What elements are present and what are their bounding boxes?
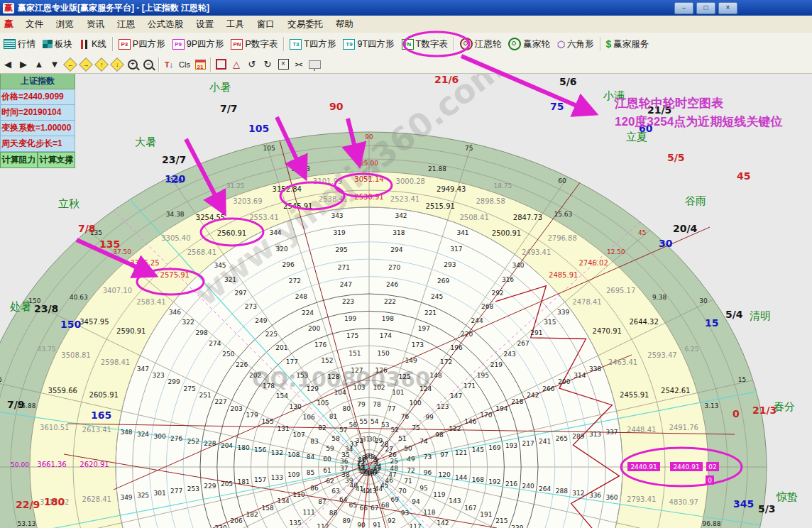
toolbar-label: 行情 <box>18 38 35 50</box>
svg-text:2530.91: 2530.91 <box>354 193 383 201</box>
diamond-left-button[interactable]: ← <box>62 57 78 72</box>
svg-text:112: 112 <box>317 523 329 528</box>
close-button[interactable]: × <box>718 2 737 14</box>
menu-item-6[interactable]: 工具 <box>220 16 251 33</box>
rotate-ccw-button[interactable]: ↺ <box>244 57 260 72</box>
svg-text:21/6: 21/6 <box>434 74 459 85</box>
maximize-button[interactable]: □ <box>696 2 715 14</box>
svg-text:288: 288 <box>556 488 568 495</box>
toolbar-gann-wheel[interactable]: 江恩轮 <box>456 35 505 53</box>
toolbar-PN[interactable]: PNP数字表 <box>227 35 281 53</box>
svg-text:62: 62 <box>326 478 334 485</box>
svg-text:2644.32: 2644.32 <box>629 318 658 326</box>
calendar-button[interactable]: 21 <box>192 57 208 72</box>
svg-text:273: 273 <box>245 303 257 310</box>
svg-text:291: 291 <box>530 329 542 336</box>
toolbar-T9[interactable]: T99T四方形 <box>339 35 397 53</box>
toolbar-blocks[interactable]: 板块 <box>39 35 76 53</box>
menu-item-1[interactable]: 浏览 <box>50 16 80 33</box>
calc-resistance-button[interactable]: 计算阻力 <box>0 152 38 168</box>
svg-text:342: 342 <box>395 212 407 219</box>
menu-item-2[interactable]: 资讯 <box>80 16 111 33</box>
svg-text:25.00: 25.00 <box>360 160 378 167</box>
toolbar-dollar[interactable]: $赢家服务 <box>603 35 653 53</box>
toolbar-P9[interactable]: P99P四方形 <box>169 35 228 53</box>
svg-text:51: 51 <box>398 435 406 442</box>
toolbar-P3[interactable]: P3P四方形 <box>115 35 169 53</box>
nav-up-button[interactable]: ▲ <box>31 57 47 72</box>
svg-text:102: 102 <box>373 384 385 391</box>
t-down-button[interactable]: T↓ <box>161 57 177 72</box>
svg-text:180: 180 <box>44 496 65 507</box>
svg-text:68: 68 <box>381 502 390 509</box>
svg-text:325: 325 <box>137 492 149 499</box>
diamond-up-button[interactable]: ↑ <box>94 57 109 72</box>
menu-item-4[interactable]: 公式选股 <box>141 16 190 33</box>
diamond-right-button[interactable]: → <box>78 57 94 72</box>
svg-text:3152.84: 3152.84 <box>273 185 302 193</box>
svg-text:28.13: 28.13 <box>292 165 310 172</box>
minimize-button[interactable]: － <box>674 2 693 14</box>
zoom-in-button[interactable]: + <box>125 57 141 72</box>
svg-text:30: 30 <box>699 297 708 304</box>
svg-text:96: 96 <box>424 469 432 476</box>
toolbar-TN[interactable]: TNT数字表 <box>398 35 451 53</box>
svg-text:75: 75 <box>465 145 473 152</box>
svg-text:49: 49 <box>407 456 415 463</box>
triangle-button[interactable]: △ <box>229 57 244 72</box>
svg-text:0: 0 <box>708 477 712 484</box>
nav-down-button[interactable]: ▼ <box>47 57 62 72</box>
svg-text:169: 169 <box>488 444 500 451</box>
nav-up-icon: ▲ <box>35 59 44 70</box>
svg-text:110: 110 <box>293 491 305 498</box>
svg-text:58: 58 <box>331 435 340 442</box>
main-toolbar: 行情板块K线P3P四方形P99P四方形PNP数字表T3T四方形T99T四方形TN… <box>0 33 812 56</box>
svg-text:300: 300 <box>154 433 166 440</box>
calc-support-button[interactable]: 计算支撑 <box>38 152 75 168</box>
menu-item-5[interactable]: 设置 <box>190 16 220 33</box>
svg-text:31.25: 31.25 <box>226 182 245 189</box>
svg-text:177: 177 <box>286 358 298 365</box>
svg-text:312: 312 <box>572 490 584 497</box>
svg-text:323: 323 <box>153 372 165 379</box>
cls-button[interactable]: Cls <box>177 57 192 72</box>
toolbar-kline[interactable]: K线 <box>76 35 110 53</box>
svg-text:170: 170 <box>480 412 492 419</box>
svg-text:125: 125 <box>399 373 411 380</box>
toolbar-label: 赢家轮 <box>523 38 550 50</box>
menu-item-8[interactable]: 交易委托 <box>281 16 329 33</box>
screen-button[interactable] <box>307 57 322 72</box>
svg-text:247: 247 <box>340 281 352 288</box>
toolbar-separator <box>600 37 600 51</box>
nav-left-button[interactable]: ◀ <box>0 57 16 72</box>
toolbar-hexagon[interactable]: ⬡六角形 <box>554 35 598 53</box>
svg-text:150: 150 <box>60 319 81 330</box>
menu-item-0[interactable]: 文件 <box>19 16 50 33</box>
svg-text:79: 79 <box>357 401 366 408</box>
menu-item-3[interactable]: 江恩 <box>111 16 141 33</box>
diamond-down-button[interactable]: ↓ <box>109 57 125 72</box>
rotate-cw-button[interactable]: ↻ <box>260 57 275 72</box>
zoom-out-button[interactable]: − <box>141 57 156 72</box>
toolbar-label: 六角形 <box>567 38 594 50</box>
svg-text:56: 56 <box>349 422 358 429</box>
square-button[interactable] <box>213 57 229 72</box>
svg-text:336: 336 <box>589 492 601 499</box>
toolbar-T3[interactable]: T3T四方形 <box>286 35 339 53</box>
rotate-cw-icon: ↻ <box>264 59 272 70</box>
menu-item-9[interactable]: 帮助 <box>329 16 360 33</box>
svg-text:316: 316 <box>502 276 514 283</box>
shrink-button[interactable]: >< <box>291 57 307 72</box>
svg-text:2746.02: 2746.02 <box>578 259 608 267</box>
x-box-button[interactable]: × <box>275 57 291 72</box>
svg-text:133: 133 <box>271 474 283 481</box>
menu-item-7[interactable]: 窗口 <box>251 16 281 33</box>
svg-text:96.88: 96.88 <box>703 520 721 527</box>
toolbar-label: P数字表 <box>245 38 278 50</box>
svg-text:91: 91 <box>373 522 380 528</box>
svg-text:36: 36 <box>340 458 349 465</box>
toolbar-table[interactable]: 行情 <box>0 35 39 53</box>
nav-right-button[interactable]: ▶ <box>16 57 31 72</box>
svg-text:127: 127 <box>351 367 363 374</box>
toolbar-winner-wheel[interactable]: 赢家轮 <box>505 35 554 53</box>
